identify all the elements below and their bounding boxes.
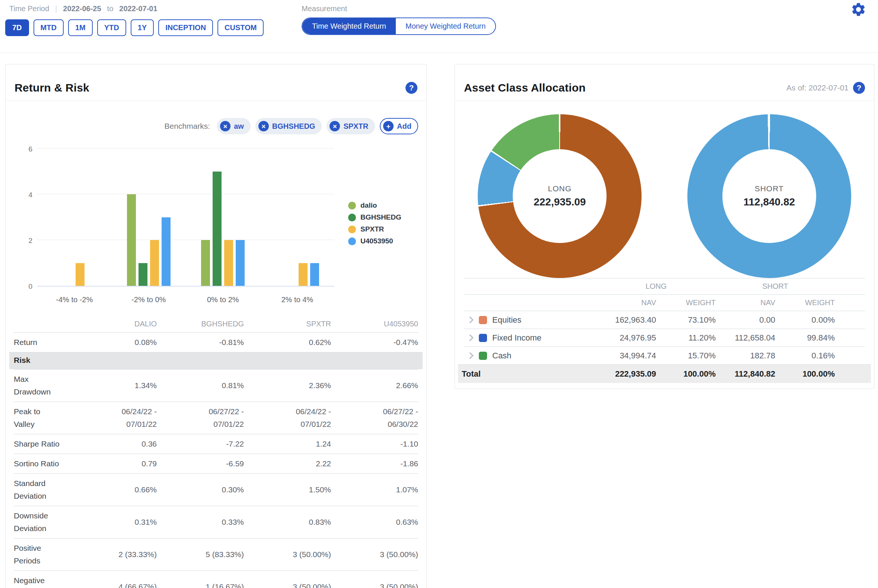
bar-bghshedg[interactable] (138, 263, 147, 286)
period-button-custom[interactable]: CUSTOM (218, 20, 264, 36)
group-header-row: LONG SHORT (464, 278, 865, 294)
expand-chevron-icon[interactable] (466, 352, 473, 359)
section-label: Risk (14, 356, 30, 364)
table-row: Standard Deviation0.66%0.30%1.50%1.07% (14, 473, 418, 506)
donut-center-label: SHORT (755, 184, 784, 193)
top-toolbar: Time Period | 2022-06-25 to 2022-07-01 7… (0, 0, 878, 53)
bar-bghshedg[interactable] (213, 171, 221, 286)
bar-dalio[interactable] (201, 240, 210, 286)
column-header: WEIGHT (775, 298, 835, 307)
return-risk-panel: Return & Risk ? Benchmarks: ×aw×BGHSHEDG… (5, 64, 427, 588)
metric-value: 06/27/22 - 06/30/22 (331, 405, 418, 430)
allocation-value: 34,994.74 (597, 351, 656, 361)
measurement-option-money-weighted-return[interactable]: Money Weighted Return (396, 18, 495, 34)
period-button-7d[interactable]: 7D (5, 20, 29, 36)
measurement-option-time-weighted-return[interactable]: Time Weighted Return (302, 18, 396, 34)
remove-benchmark-icon[interactable]: × (329, 121, 340, 131)
legend-item-spxtr[interactable]: SPXTR (348, 225, 401, 233)
total-value: 100.00% (656, 369, 716, 379)
metric-value: 06/24/22 - 07/01/22 (244, 405, 331, 430)
asset-class-label: Equities (492, 315, 521, 325)
help-icon[interactable]: ? (853, 82, 865, 94)
metric-value: 0.33% (157, 516, 244, 528)
measurement-label: Measurement (302, 4, 347, 13)
bar-u4053950[interactable] (236, 240, 245, 286)
benchmark-chip-spxtr[interactable]: ×SPXTR (326, 118, 375, 134)
metric-value: -1.86 (331, 458, 418, 470)
metric-value: 0.30% (157, 483, 244, 496)
sub-header-row: NAV WEIGHT NAV WEIGHT (464, 294, 865, 311)
table-row: Max Drawdown1.34%0.81%2.36%2.66% (14, 369, 418, 402)
period-button-inception[interactable]: INCEPTION (158, 20, 213, 36)
allocation-table-body: Equities162,963.4073.10%0.000.00%Fixed I… (464, 311, 865, 364)
x-axis-label: 0% to 2% (186, 296, 260, 304)
period-button-ytd[interactable]: YTD (97, 20, 126, 36)
date-range-to: to (107, 4, 114, 13)
bar-u4053950[interactable] (162, 218, 171, 286)
column-header: NAV (597, 298, 656, 307)
metric-value: 3 (50.00%) (244, 548, 331, 561)
asset-class-swatch (479, 316, 487, 324)
bar-spxtr[interactable] (75, 263, 84, 286)
total-value: 112,840.82 (716, 369, 775, 379)
asset-class-label: Fixed Income (492, 333, 541, 343)
metric-value: 0.63% (331, 516, 418, 528)
metric-label: Sortino Ratio (14, 458, 70, 470)
metric-value: 5 (83.33%) (157, 548, 244, 561)
legend-label: SPXTR (361, 225, 384, 233)
add-benchmark-button[interactable]: + Add (380, 118, 418, 134)
allocation-row-equities[interactable]: Equities162,963.4073.10%0.000.00% (464, 311, 865, 328)
bar-u4053950[interactable] (310, 263, 319, 286)
table-row: Sortino Ratio0.79-6.592.22-1.86 (14, 454, 418, 473)
short-group-header: SHORT (716, 282, 835, 291)
column-header: NAV (716, 298, 775, 307)
allocation-row-cash[interactable]: Cash34,994.7415.70%182.780.16% (464, 346, 865, 364)
benchmark-chip-aw[interactable]: ×aw (217, 118, 251, 134)
expand-chevron-icon[interactable] (466, 334, 473, 341)
donut-center-value: 112,840.82 (743, 196, 795, 208)
allocation-value: 24,976.95 (597, 333, 656, 343)
benchmark-chip-label: aw (234, 122, 244, 130)
remove-benchmark-icon[interactable]: × (220, 121, 230, 131)
expand-chevron-icon[interactable] (466, 316, 473, 323)
bar-spxtr[interactable] (299, 263, 308, 286)
legend-item-u4053950[interactable]: U4053950 (348, 237, 401, 245)
asset-allocation-title: Asset Class Allocation (464, 81, 586, 94)
total-row: Total 222,935.09 100.00% 112,840.82 100.… (458, 364, 871, 383)
period-button-1y[interactable]: 1Y (131, 20, 154, 36)
table-row: Peak to Valley06/24/22 - 07/01/2206/27/2… (14, 402, 418, 434)
settings-gear-icon[interactable] (851, 2, 866, 18)
bar-spxtr[interactable] (224, 240, 233, 286)
x-axis-label: -2% to 0% (112, 296, 186, 304)
gridline (37, 148, 334, 148)
metric-value: 1.24 (244, 438, 331, 450)
column-header: BGHSHEDG (157, 320, 244, 328)
benchmark-chip-bghshedg[interactable]: ×BGHSHEDG (256, 118, 322, 134)
add-icon: + (383, 121, 394, 131)
metric-value: 0.81% (157, 379, 244, 392)
bar-spxtr[interactable] (150, 240, 159, 286)
date-range-start: 2022-06-25 (63, 4, 101, 13)
legend-item-dalio[interactable]: dalio (348, 201, 401, 210)
legend-label: U4053950 (361, 237, 393, 245)
help-icon[interactable]: ? (406, 82, 417, 94)
allocation-row-fixed-income[interactable]: Fixed Income24,976.9511.20%112,658.0499.… (464, 328, 865, 346)
asset-class-swatch (479, 352, 487, 360)
metric-value: 0.62% (244, 336, 331, 349)
legend-item-bghshedg[interactable]: BGHSHEDG (348, 213, 401, 221)
total-value: 100.00% (775, 369, 835, 379)
legend-swatch (348, 225, 356, 233)
bar-dalio[interactable] (127, 194, 136, 286)
metric-label: Max Drawdown (14, 373, 70, 398)
long-donut-chart: LONG 222,935.09 (478, 114, 642, 278)
metric-value: -1.10 (331, 438, 418, 450)
metric-label: Peak to Valley (14, 405, 70, 430)
period-button-mtd[interactable]: MTD (33, 20, 64, 36)
metric-value: -0.47% (331, 336, 418, 349)
metric-value: 1.34% (70, 379, 157, 392)
remove-benchmark-icon[interactable]: × (259, 121, 269, 131)
allocation-value: 162,963.40 (597, 315, 656, 325)
period-button-1m[interactable]: 1M (68, 20, 93, 36)
date-range-end: 2022-07-01 (119, 4, 157, 13)
allocation-value: 11.20% (656, 333, 716, 343)
